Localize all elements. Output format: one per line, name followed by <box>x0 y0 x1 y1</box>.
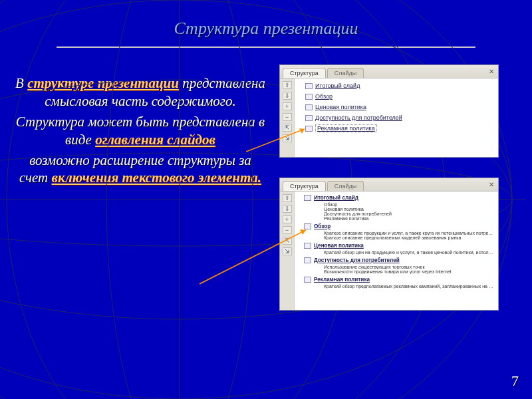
body-text: В структуре презентации представлена смы… <box>0 48 273 311</box>
collapse-all-button[interactable]: ⇲ <box>283 134 292 142</box>
outline-group: Доступность для потребителейИспользовани… <box>297 256 495 274</box>
outline-item-label: Итоговый слайд <box>314 195 358 201</box>
slide-icon <box>305 83 313 89</box>
outline-item[interactable]: Доступность для потребителей <box>297 112 495 123</box>
outline-item-label: Ценовая политика <box>315 104 366 110</box>
expand-all-button[interactable]: ⇱ <box>283 237 292 245</box>
outline-item[interactable]: Итоговый слайд <box>297 80 495 91</box>
demote-button[interactable]: ⇩ <box>283 92 292 100</box>
outline-item[interactable]: Рекламная политика <box>297 275 495 284</box>
outline-group: Ценовая политикаКраткий обзор цен на про… <box>297 241 495 255</box>
outline-bullets: Краткий обзор предполагаемых рекламных к… <box>297 284 495 289</box>
tab-slides[interactable]: Слайды <box>327 68 364 78</box>
outline-toolbar: ⇧ ⇩ + − ⇱ ⇲ <box>280 78 295 157</box>
outline-item-label: Рекламная политика <box>314 277 370 283</box>
outline-bullets: ОбзорЦеновая политикаДоступность для пот… <box>297 202 495 221</box>
tab-structure[interactable]: Структура <box>283 68 326 78</box>
slide-icon <box>304 223 311 229</box>
outline-bullet: Краткий обзор цен на продукцию и услуги,… <box>324 250 495 255</box>
outline-item[interactable]: Ценовая политика <box>297 102 495 112</box>
outline-bullet: Краткое описание предполагаемых моделей … <box>324 235 495 240</box>
expand-button[interactable]: + <box>283 102 292 110</box>
slide-icon <box>305 115 313 121</box>
outline-bullets: Краткий обзор цен на продукцию и услуги,… <box>297 250 495 255</box>
tab-bar: Структура Слайды ✕ <box>280 178 498 192</box>
outline-group: ОбзорКраткое описание продукции и услуг,… <box>297 222 495 240</box>
p1-em: структуре презентации <box>27 75 179 91</box>
promote-button[interactable]: ⇧ <box>283 194 292 202</box>
collapse-all-button[interactable]: ⇲ <box>283 247 292 255</box>
outline-item-label: Доступность для потребителей <box>315 114 402 121</box>
outline-item[interactable]: Доступность для потребителей <box>297 256 495 265</box>
outline-group: Итоговый слайдОбзорЦеновая политикаДосту… <box>297 194 495 221</box>
outline-bullet: Краткий обзор предполагаемых рекламных к… <box>324 284 495 289</box>
p1-a: В <box>15 75 27 91</box>
outline-item[interactable]: Обзор <box>297 222 495 231</box>
outline-item[interactable]: Рекламная политика <box>297 123 495 134</box>
outline-bullet: Ценовая политика <box>324 207 495 211</box>
outline-toolbar: ⇧ ⇩ + − ⇱ ⇲ <box>280 192 295 310</box>
outline-item[interactable]: Обзор <box>297 91 495 102</box>
outline-bullet: Рекламная политика <box>324 216 495 221</box>
tab-bar: Структура Слайды ✕ <box>280 65 498 78</box>
slide-icon <box>304 277 311 283</box>
slide-title: Структура презентации <box>0 0 532 39</box>
outline-group: Рекламная политикаКраткий обзор предпола… <box>297 275 495 289</box>
collapse-button[interactable]: − <box>283 113 292 121</box>
outline-bullet: Возможности продвижения товара или услуг… <box>324 269 495 274</box>
slide-icon <box>304 243 311 249</box>
p2-em: оглавления слайдов <box>95 132 215 148</box>
p3-b: . <box>258 170 261 186</box>
outline-item-label: Обзор <box>314 223 331 229</box>
outline-item-label: Итоговый слайд <box>315 82 360 89</box>
close-icon[interactable]: ✕ <box>489 181 494 188</box>
outline-bullets: Использование существующих торговых точе… <box>297 265 495 274</box>
slide-icon <box>304 257 311 263</box>
slide-icon <box>305 104 313 110</box>
tab-slides[interactable]: Слайды <box>327 181 364 191</box>
expand-all-button[interactable]: ⇱ <box>283 124 292 132</box>
outline-item[interactable]: Итоговый слайд <box>297 194 495 202</box>
outline-bullet: Использование существующих торговых точе… <box>324 265 495 269</box>
demote-button[interactable]: ⇩ <box>283 205 292 213</box>
outline-list: Итоговый слайдОбзорЦеновая политикаДосту… <box>295 78 498 157</box>
outline-item-label: Доступность для потребителей <box>314 257 400 263</box>
outline-pane-expanded: Структура Слайды ✕ ⇧ ⇩ + − ⇱ ⇲ Итоговый … <box>279 178 499 311</box>
page-number: 7 <box>511 372 519 390</box>
outline-list: Итоговый слайдОбзорЦеновая политикаДосту… <box>295 192 498 310</box>
outline-bullets: Краткое описание продукции и услуг, а та… <box>297 231 495 240</box>
tab-structure[interactable]: Структура <box>283 181 326 191</box>
slide-icon <box>305 126 313 132</box>
outline-item-label: Обзор <box>315 93 332 100</box>
outline-bullet: Обзор <box>324 202 495 207</box>
slide-icon <box>304 195 311 201</box>
close-icon[interactable]: ✕ <box>489 68 494 75</box>
outline-item[interactable]: Ценовая политика <box>297 241 495 250</box>
p3-em: включения текстового элемента <box>52 170 258 186</box>
outline-pane-collapsed: Структура Слайды ✕ ⇧ ⇩ + − ⇱ ⇲ Итоговый … <box>279 65 499 158</box>
outline-bullet: Краткое описание продукции и услуг, а та… <box>324 231 495 235</box>
outline-bullet: Доступность для потребителей <box>324 211 495 216</box>
slide-icon <box>305 94 313 100</box>
expand-button[interactable]: + <box>283 215 292 223</box>
outline-item-label: Ценовая политика <box>314 243 364 249</box>
outline-item-label: Рекламная политика <box>315 124 377 132</box>
promote-button[interactable]: ⇧ <box>283 81 292 89</box>
collapse-button[interactable]: − <box>283 226 292 234</box>
